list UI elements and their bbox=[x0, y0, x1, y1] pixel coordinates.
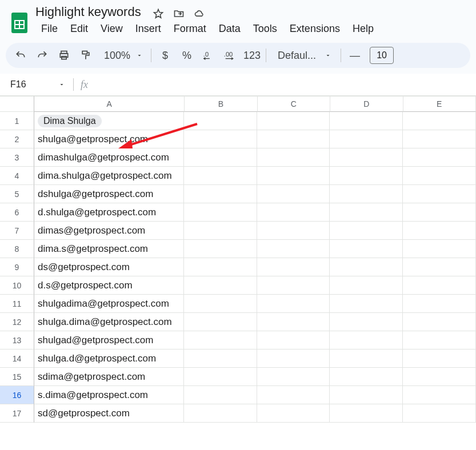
row-header[interactable]: 11 bbox=[0, 295, 34, 313]
cell[interactable] bbox=[184, 258, 257, 276]
cell[interactable] bbox=[184, 331, 257, 349]
cell[interactable] bbox=[184, 313, 257, 331]
cell[interactable] bbox=[257, 148, 330, 167]
row-header[interactable]: 8 bbox=[0, 240, 34, 258]
cell[interactable] bbox=[257, 386, 330, 404]
cell[interactable]: dimashulga@getprospect.com bbox=[34, 148, 184, 167]
cell[interactable] bbox=[184, 112, 257, 130]
cell[interactable] bbox=[184, 148, 257, 167]
cell[interactable] bbox=[403, 331, 476, 349]
cell[interactable] bbox=[184, 130, 257, 148]
cell[interactable] bbox=[403, 185, 476, 203]
column-header-A[interactable]: A bbox=[34, 96, 185, 112]
cell[interactable] bbox=[403, 222, 476, 240]
cell[interactable] bbox=[403, 203, 476, 222]
cell[interactable] bbox=[330, 313, 403, 331]
cell[interactable] bbox=[257, 368, 330, 386]
cell[interactable] bbox=[403, 368, 476, 386]
cell[interactable] bbox=[330, 112, 403, 130]
row-header[interactable]: 12 bbox=[0, 313, 34, 331]
cell[interactable] bbox=[257, 258, 330, 276]
cell[interactable] bbox=[403, 386, 476, 404]
menu-help[interactable]: Help bbox=[347, 21, 379, 37]
cell[interactable] bbox=[184, 203, 257, 222]
cell[interactable] bbox=[257, 404, 330, 423]
cell[interactable] bbox=[257, 331, 330, 349]
menu-format[interactable]: Format bbox=[168, 21, 212, 37]
paint-format-button[interactable] bbox=[75, 45, 96, 66]
cell[interactable]: dima.shulga@getprospect.com bbox=[34, 167, 184, 185]
name-box[interactable]: F16 bbox=[6, 77, 70, 92]
row-header[interactable]: 6 bbox=[0, 203, 34, 222]
menu-tools[interactable]: Tools bbox=[247, 21, 283, 37]
menu-view[interactable]: View bbox=[95, 21, 129, 37]
row-header[interactable]: 7 bbox=[0, 222, 34, 240]
cell[interactable] bbox=[330, 185, 403, 203]
cell[interactable] bbox=[330, 276, 403, 295]
zoom-dropdown[interactable]: 100% bbox=[97, 50, 147, 62]
increase-decimal-button[interactable]: .00 bbox=[220, 45, 241, 66]
move-folder-icon[interactable] bbox=[173, 8, 185, 19]
cell[interactable] bbox=[330, 349, 403, 368]
row-header[interactable]: 5 bbox=[0, 185, 34, 203]
cell[interactable] bbox=[184, 167, 257, 185]
menu-data[interactable]: Data bbox=[213, 21, 246, 37]
cell[interactable] bbox=[330, 130, 403, 148]
cell[interactable] bbox=[184, 368, 257, 386]
cell[interactable] bbox=[257, 167, 330, 185]
cloud-status-icon[interactable] bbox=[194, 8, 205, 19]
cell[interactable] bbox=[184, 185, 257, 203]
cell[interactable]: s.dima@getprospect.com bbox=[34, 386, 184, 404]
select-all-corner[interactable] bbox=[0, 96, 34, 112]
menu-edit[interactable]: Edit bbox=[65, 21, 94, 37]
row-header[interactable]: 16 bbox=[0, 386, 34, 404]
undo-button[interactable] bbox=[10, 45, 31, 66]
star-icon[interactable] bbox=[153, 8, 164, 19]
cell[interactable]: dimas@getprospect.com bbox=[34, 222, 184, 240]
menu-insert[interactable]: Insert bbox=[130, 21, 167, 37]
cell[interactable] bbox=[403, 130, 476, 148]
cell[interactable] bbox=[403, 276, 476, 295]
cell[interactable] bbox=[403, 240, 476, 258]
cell[interactable] bbox=[184, 404, 257, 423]
cell[interactable] bbox=[257, 276, 330, 295]
cell[interactable]: sd@getprospect.com bbox=[34, 404, 184, 423]
cell[interactable] bbox=[257, 295, 330, 313]
cell[interactable] bbox=[184, 222, 257, 240]
cell[interactable] bbox=[257, 185, 330, 203]
cell[interactable]: d.s@getprospect.com bbox=[34, 276, 184, 295]
row-header[interactable]: 14 bbox=[0, 349, 34, 368]
cell[interactable]: shulga.d@getprospect.com bbox=[34, 349, 184, 368]
cell[interactable] bbox=[403, 295, 476, 313]
cell[interactable] bbox=[330, 240, 403, 258]
cell[interactable] bbox=[257, 240, 330, 258]
row-header[interactable]: 17 bbox=[0, 404, 34, 423]
cell[interactable] bbox=[330, 258, 403, 276]
cell[interactable] bbox=[330, 331, 403, 349]
cell[interactable]: shulga@getprospect.com bbox=[34, 130, 184, 148]
sheets-logo-icon[interactable] bbox=[8, 11, 31, 34]
decrease-fontsize-button[interactable]: — bbox=[345, 45, 365, 66]
currency-button[interactable]: $ bbox=[155, 45, 175, 66]
cell[interactable] bbox=[257, 130, 330, 148]
document-title[interactable]: Highlight keywords bbox=[35, 5, 141, 19]
cell[interactable] bbox=[403, 404, 476, 423]
row-header[interactable]: 3 bbox=[0, 148, 34, 167]
cell[interactable] bbox=[257, 203, 330, 222]
cell[interactable] bbox=[184, 276, 257, 295]
cell[interactable] bbox=[257, 222, 330, 240]
row-header[interactable]: 10 bbox=[0, 276, 34, 295]
more-formats-button[interactable]: 123 bbox=[242, 45, 262, 66]
row-header[interactable]: 13 bbox=[0, 331, 34, 349]
column-header-E[interactable]: E bbox=[403, 96, 476, 112]
cell[interactable]: shulga.dima@getprospect.com bbox=[34, 313, 184, 331]
cell[interactable] bbox=[257, 349, 330, 368]
cell[interactable]: ds@getprospect.com bbox=[34, 258, 184, 276]
cell[interactable] bbox=[330, 203, 403, 222]
cell[interactable] bbox=[330, 148, 403, 167]
font-size-input[interactable]: 10 bbox=[370, 47, 394, 64]
menu-extensions[interactable]: Extensions bbox=[284, 21, 346, 37]
print-button[interactable] bbox=[54, 45, 74, 66]
row-header[interactable]: 9 bbox=[0, 258, 34, 276]
cell[interactable]: sdima@getprospect.com bbox=[34, 368, 184, 386]
